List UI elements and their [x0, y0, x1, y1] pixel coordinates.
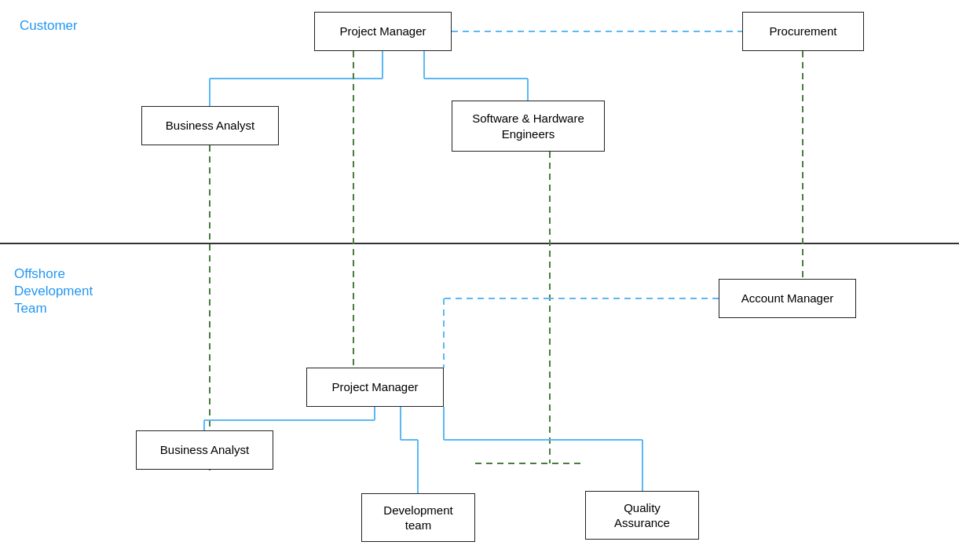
account-manager: Account Manager — [719, 279, 856, 318]
business-analyst-top: Business Analyst — [141, 106, 279, 145]
bottom-project-manager: Project Manager — [306, 368, 444, 407]
top-project-manager: Project Manager — [314, 12, 452, 51]
software-hardware-engineers: Software & Hardware Engineers — [452, 101, 605, 152]
business-analyst-bottom: Business Analyst — [136, 430, 273, 470]
quality-assurance: Quality Assurance — [585, 491, 699, 540]
offshore-label: Offshore Development Team — [14, 265, 93, 317]
development-team: Development team — [361, 493, 475, 542]
customer-label: Customer — [20, 17, 78, 35]
procurement-node: Procurement — [742, 12, 864, 51]
